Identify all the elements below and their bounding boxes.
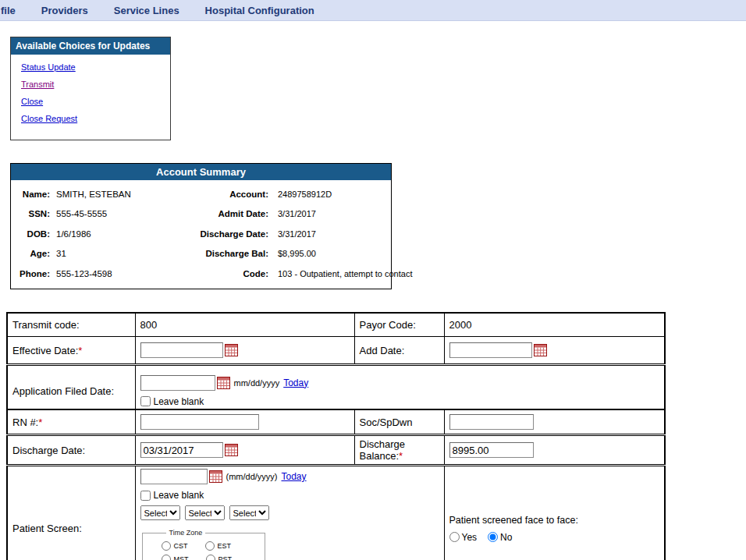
code-label: Code: [197,269,268,278]
ssn-value: 555-45-5555 [50,209,197,218]
soc-spdwn-label: Soc/SpDwn [354,409,444,435]
leave-blank-label: Leave blank [154,396,204,407]
account-label: Account: [197,190,268,199]
patient-screen-row: Patient Screen: (mm/dd/yyyy) Today Leave… [7,466,665,560]
link-status-update[interactable]: Status Update [21,62,76,72]
calendar-icon[interactable] [225,344,238,356]
add-date-label: Add Date: [354,337,444,365]
calendar-icon[interactable] [534,344,547,356]
age-value: 31 [50,249,197,258]
discharge-date-label: Discharge Date: [197,229,268,239]
nav-item-file[interactable]: file [1,5,16,16]
age-label: Age: [11,249,50,258]
nav-item-providers[interactable]: Providers [41,5,88,16]
account-summary-panel: Account Summary Name: SMITH, ESTEBAN Acc… [10,163,392,289]
admit-date-label: Admit Date: [197,209,268,218]
dob-label: DOB: [11,229,50,239]
transmit-code-value: 800 [135,313,354,337]
patient-screen-select-3[interactable]: Select [229,505,269,520]
time-zone-fieldset: Time Zone CST EST [142,529,265,560]
effective-date-input[interactable] [140,342,223,358]
leave-blank-label: Leave blank [154,490,204,501]
leave-blank-option[interactable]: Leave blank [140,396,204,407]
pst-radio[interactable] [206,555,215,560]
face-to-face-yes-radio[interactable] [449,532,460,542]
discharge-bal-value: $8,995.00 [268,249,412,258]
time-zone-option-est[interactable]: EST [205,541,232,551]
discharge-date-row: Discharge Date: Discharge Balance:* [7,435,665,466]
rn-input[interactable] [140,414,259,430]
nav-item-hospital-configuration[interactable]: Hospital Configuration [205,5,314,16]
required-marker: * [78,345,82,356]
name-value: SMITH, ESTEBAN [50,190,197,199]
patient-screen-label: Patient Screen: [7,466,135,560]
pst-label: PST [218,555,233,560]
transmit-form-table: Transmit code: 800 Payor Code: 2000 Effe… [6,312,666,417]
add-date-input[interactable] [449,342,532,358]
yes-label: Yes [462,532,478,543]
name-label: Name: [11,190,50,199]
payor-code-label: Payor Code: [354,313,444,337]
account-value: 2489758912D [268,190,412,199]
leave-blank-checkbox[interactable] [140,491,151,501]
admit-date-value: 3/31/2017 [268,209,412,218]
face-to-face-label: Patient screened face to face: [449,515,660,526]
soc-spdwn-input[interactable] [449,414,534,430]
discharge-balance-input[interactable] [449,442,534,458]
date-format-hint: (mm/dd/yyyy) [226,472,278,481]
est-radio[interactable] [205,541,215,551]
transmit-code-label: Transmit code: [7,313,135,337]
discharge-date-input[interactable] [140,442,223,458]
effective-date-row: Effective Date:* Add Date: [7,337,665,365]
est-label: EST [218,542,232,550]
page: file Providers Service Lines Hospital Co… [0,0,746,560]
discharge-bal-label: Discharge Bal: [197,249,268,258]
account-summary-title: Account Summary [11,164,391,180]
cst-label: CST [174,542,188,550]
patient-screen-select-2[interactable]: Select [185,505,225,520]
effective-date-label: Effective Date: [12,345,78,356]
calendar-icon[interactable] [209,470,222,483]
cst-radio[interactable] [162,541,171,551]
nav-item-service-lines[interactable]: Service Lines [114,5,179,16]
patient-screen-select-1[interactable]: Select [140,505,180,520]
today-link[interactable]: Today [283,377,308,388]
payor-code-value: 2000 [444,313,665,337]
mst-label: MST [174,555,189,560]
discharge-form-table: RN #:* Soc/SpDwn Discharge Date: Dischar… [6,409,666,560]
discharge-date-value: 3/31/2017 [268,229,412,239]
top-nav: file Providers Service Lines Hospital Co… [0,0,746,21]
face-to-face-option-no[interactable]: No [488,532,512,543]
link-transmit[interactable]: Transmit [21,80,54,89]
patient-screen-date-input[interactable] [140,469,208,484]
calendar-icon[interactable] [217,377,230,389]
leave-blank-option[interactable]: Leave blank [140,490,204,501]
time-zone-option-cst[interactable]: CST [162,541,188,551]
account-summary-grid: Name: SMITH, ESTEBAN Account: 2489758912… [11,180,391,284]
time-zone-option-mst[interactable]: MST [162,555,189,560]
mst-radio[interactable] [162,555,171,560]
code-value: 103 - Outpatient, attempt to contact [268,269,412,278]
dob-value: 1/6/1986 [50,229,197,239]
required-marker: * [399,450,403,462]
calendar-icon[interactable] [225,444,238,456]
application-filed-date-input[interactable] [140,375,215,391]
rn-label: RN #: [12,416,38,428]
time-zone-legend: Time Zone [166,529,206,537]
phone-label: Phone: [11,269,50,278]
face-to-face-option-yes[interactable]: Yes [449,532,478,543]
rn-row: RN #:* Soc/SpDwn [7,409,665,435]
leave-blank-checkbox[interactable] [140,396,151,406]
face-to-face-no-radio[interactable] [488,532,498,542]
time-zone-option-pst[interactable]: PST [206,555,233,560]
transmit-code-row: Transmit code: 800 Payor Code: 2000 [7,313,665,337]
today-link[interactable]: Today [282,471,307,482]
required-marker: * [38,416,42,428]
available-choices-title: Available Choices for Updates [11,37,170,55]
phone-value: 555-123-4598 [50,269,197,278]
discharge-date-field-label: Discharge Date: [7,435,135,466]
link-close[interactable]: Close [21,97,43,106]
available-choices-panel: Available Choices for Updates Status Upd… [10,37,171,140]
link-close-request[interactable]: Close Request [21,114,77,123]
date-format-hint: mm/dd/yyyy [234,378,280,388]
